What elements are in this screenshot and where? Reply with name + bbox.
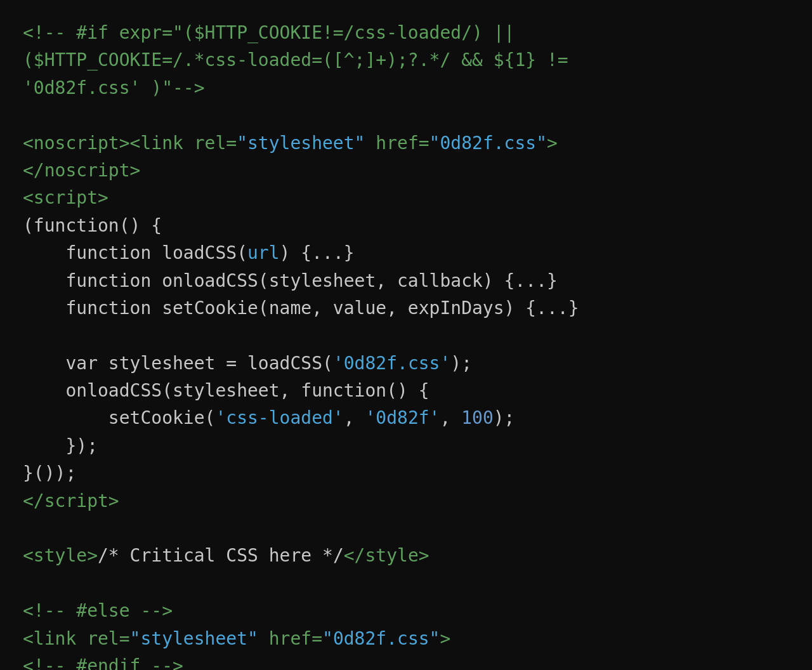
script-open: <script>	[23, 187, 108, 208]
noscript-open: <noscript><link rel=	[23, 133, 237, 154]
var-stylesheet: var stylesheet = loadCSS('0d82f.css');	[23, 353, 472, 374]
comment-endif: <!-- #endif -->	[23, 655, 183, 670]
noscript-close: </noscript>	[23, 160, 140, 181]
onload-call: onloadCSS(stylesheet, function() {	[23, 380, 429, 401]
link-tag: <link rel=	[23, 628, 130, 649]
closure-end: });	[23, 435, 98, 456]
iife-open: (function() {	[23, 215, 162, 236]
code-display: <!-- #if expr="($HTTP_COOKIE!=/css-loade…	[23, 19, 789, 670]
setcookie-call: setCookie('css-loaded', '0d82f', 100);	[23, 407, 514, 428]
script-close: </script>	[23, 490, 119, 511]
style-tag: <style>	[23, 545, 98, 566]
func-onloadcss: function onloadCSS(stylesheet, callback)…	[23, 270, 558, 291]
func-loadcss: function loadCSS(url) {...}	[23, 242, 355, 263]
comment-else: <!-- #else -->	[23, 600, 173, 621]
func-setcookie: function setCookie(name, value, expInDay…	[23, 298, 579, 319]
code-content: <!-- #if expr="($HTTP_COOKIE!=/css-loade…	[23, 22, 579, 670]
comment-line1: <!-- #if expr="($HTTP_COOKIE!=/css-loade…	[23, 22, 568, 98]
iife-close: }());	[23, 463, 76, 483]
